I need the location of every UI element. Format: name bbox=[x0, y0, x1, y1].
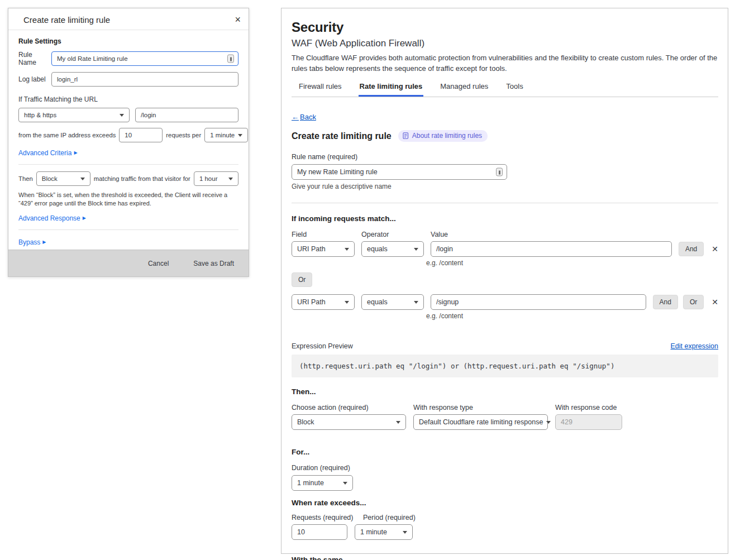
rate-exceeds-heading: When rate exceeds... bbox=[292, 499, 718, 507]
rule-name-input[interactable] bbox=[292, 164, 507, 180]
action-select[interactable]: Block bbox=[36, 171, 90, 186]
create-rate-limit-dialog: Create rate limiting rule × Rule Setting… bbox=[8, 8, 249, 277]
duration-select[interactable]: 1 minute bbox=[292, 475, 353, 491]
rule-name-input-wrap bbox=[51, 51, 238, 66]
page-subtitle: WAF (Web Application Firewall) bbox=[292, 38, 718, 49]
back-arrow-icon: ← bbox=[292, 113, 299, 121]
operator-select[interactable]: equals bbox=[361, 241, 424, 257]
bypass-link[interactable]: Bypass ▶ bbox=[18, 238, 46, 246]
operator-select[interactable]: equals bbox=[361, 294, 424, 310]
chevron-down-icon bbox=[403, 531, 407, 534]
response-type-select[interactable]: Default Cloudflare rate limiting respons… bbox=[413, 414, 548, 430]
remove-condition-icon[interactable]: ✕ bbox=[712, 245, 718, 253]
dialog-footer: Cancel Save as Draft bbox=[8, 250, 249, 276]
rule-name-hint: Give your rule a descriptive name bbox=[292, 183, 718, 190]
rule-name-label: Rule name (required) bbox=[292, 153, 718, 161]
scheme-select-value: http & https bbox=[24, 112, 56, 118]
expression-code: (http.request.uri.path eq "/login") or (… bbox=[292, 355, 718, 377]
and-button[interactable]: And bbox=[679, 242, 704, 256]
caret-right-icon: ▶ bbox=[42, 240, 46, 245]
rule-settings-heading: Rule Settings bbox=[18, 37, 238, 45]
traffic-matching-label: If Traffic Matching the URL bbox=[18, 95, 238, 103]
save-as-draft-button[interactable]: Save as Draft bbox=[193, 260, 234, 267]
advanced-response-link[interactable]: Advanced Response ▶ bbox=[18, 214, 86, 222]
chevron-down-icon bbox=[120, 114, 124, 117]
divider bbox=[18, 229, 238, 230]
condition-row: URI Path equals And ✕ bbox=[292, 241, 718, 257]
scheme-select[interactable]: http & https bbox=[18, 108, 130, 122]
then-suffix-label: matching traffic from that visitor for bbox=[94, 175, 190, 182]
autofill-extension-icon[interactable] bbox=[496, 168, 503, 176]
doc-icon bbox=[403, 132, 409, 139]
choose-action-label: Choose action (required) bbox=[292, 404, 406, 411]
then-label: Then bbox=[18, 175, 33, 182]
and-button[interactable]: And bbox=[653, 295, 678, 309]
tab-managed-rules[interactable]: Managed rules bbox=[439, 79, 489, 97]
caret-right-icon: ▶ bbox=[83, 216, 86, 221]
chevron-down-icon bbox=[414, 301, 418, 304]
or-connector-button[interactable]: Or bbox=[292, 272, 312, 287]
duration-label: Duration (required) bbox=[292, 464, 718, 472]
advanced-criteria-label: Advanced Criteria bbox=[18, 149, 71, 157]
cancel-button[interactable]: Cancel bbox=[148, 260, 169, 267]
url-input[interactable] bbox=[135, 108, 238, 122]
period-label: Period (required) bbox=[363, 514, 416, 521]
action-select[interactable]: Block bbox=[292, 414, 406, 430]
chevron-down-icon bbox=[345, 248, 349, 251]
value-input[interactable] bbox=[431, 294, 646, 310]
action-select-value: Block bbox=[297, 418, 314, 426]
response-code-input bbox=[555, 414, 622, 430]
chevron-down-icon bbox=[238, 134, 242, 137]
rate-period-value: 1 minute bbox=[360, 528, 387, 536]
value-input[interactable] bbox=[431, 241, 672, 257]
period-select[interactable]: 1 minute bbox=[204, 128, 248, 142]
advanced-criteria-link[interactable]: Advanced Criteria ▶ bbox=[18, 149, 78, 157]
response-type-value: Default Cloudflare rate limiting respons… bbox=[419, 418, 543, 426]
ban-duration-select[interactable]: 1 hour bbox=[194, 171, 238, 186]
operator-column-label: Operator bbox=[361, 231, 431, 238]
field-select-value: URI Path bbox=[297, 298, 326, 306]
back-link[interactable]: ←Back bbox=[292, 113, 316, 121]
duration-select-value: 1 minute bbox=[297, 479, 324, 487]
expression-preview-label: Expression Preview bbox=[292, 342, 353, 350]
tab-rate-limiting-rules[interactable]: Rate limiting rules bbox=[359, 79, 424, 97]
log-label-input[interactable] bbox=[51, 72, 238, 87]
security-waf-panel: Security WAF (Web Application Firewall) … bbox=[281, 8, 728, 554]
rule-name-input[interactable] bbox=[51, 51, 238, 66]
chevron-down-icon bbox=[546, 421, 551, 424]
response-type-label: With response type bbox=[413, 404, 548, 411]
rule-name-label: Rule Name bbox=[18, 51, 51, 66]
bypass-label: Bypass bbox=[18, 238, 40, 246]
with-same-heading: With the same... bbox=[292, 556, 718, 560]
ban-duration-value: 1 hour bbox=[199, 175, 218, 182]
condition-row: URI Path equals And Or ✕ bbox=[292, 294, 718, 310]
value-column-label: Value bbox=[431, 231, 448, 238]
dialog-header: Create rate limiting rule × bbox=[8, 8, 249, 30]
rate-period-select[interactable]: 1 minute bbox=[355, 524, 413, 540]
close-icon[interactable]: × bbox=[235, 15, 241, 25]
tab-tools[interactable]: Tools bbox=[505, 79, 524, 97]
for-heading: For... bbox=[292, 448, 718, 456]
field-select[interactable]: URI Path bbox=[292, 294, 355, 310]
about-rate-limiting-badge[interactable]: About rate limiting rules bbox=[398, 130, 488, 142]
requests-label: Requests (required) bbox=[292, 514, 363, 521]
operator-select-value: equals bbox=[367, 245, 388, 253]
requests-input[interactable] bbox=[119, 128, 163, 142]
autofill-extension-icon[interactable] bbox=[227, 55, 234, 63]
chevron-down-icon bbox=[343, 482, 347, 485]
requests-per-label: requests per bbox=[166, 132, 201, 138]
tab-firewall-rules[interactable]: Firewall rules bbox=[298, 79, 343, 97]
chevron-down-icon bbox=[396, 421, 400, 424]
rule-name-input-wrap bbox=[292, 164, 507, 180]
advanced-response-label: Advanced Response bbox=[18, 214, 80, 222]
edit-expression-link[interactable]: Edit expression bbox=[671, 342, 718, 350]
about-badge-label: About rate limiting rules bbox=[412, 132, 482, 140]
value-hint: e.g. /content bbox=[426, 259, 718, 267]
requests-input[interactable] bbox=[292, 524, 347, 540]
divider bbox=[18, 164, 238, 165]
value-hint: e.g. /content bbox=[426, 312, 718, 320]
log-label-label: Log label bbox=[18, 75, 51, 83]
remove-condition-icon[interactable]: ✕ bbox=[712, 298, 718, 306]
field-select[interactable]: URI Path bbox=[292, 241, 355, 257]
or-button[interactable]: Or bbox=[683, 295, 704, 309]
